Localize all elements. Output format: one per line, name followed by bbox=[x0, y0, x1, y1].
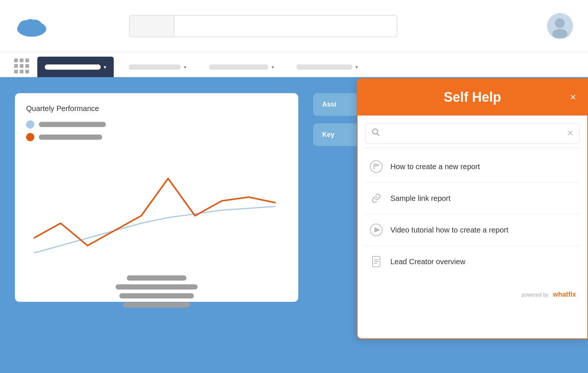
chevron-down-icon: ▾ bbox=[355, 64, 358, 70]
help-item-3[interactable]: Video tutorial how to create a report bbox=[365, 214, 580, 246]
svg-marker-11 bbox=[375, 228, 380, 232]
grid-dot bbox=[14, 59, 18, 62]
grid-apps-icon[interactable] bbox=[11, 56, 30, 74]
main-content: Quartely Performance bbox=[0, 78, 588, 373]
search-input[interactable] bbox=[385, 130, 562, 137]
help-item-4[interactable]: Lead Creator overview bbox=[365, 246, 580, 277]
user-avatar-container bbox=[547, 13, 573, 39]
nav-tab-active[interactable]: ▾ bbox=[37, 57, 114, 77]
legend-label-1 bbox=[39, 122, 106, 127]
grid-dot bbox=[25, 64, 29, 68]
logo bbox=[15, 13, 48, 39]
legend-label-2 bbox=[39, 135, 102, 140]
svg-point-5 bbox=[553, 29, 568, 38]
chevron-down-icon: ▾ bbox=[184, 64, 186, 70]
help-item-text-4: Lead Creator overview bbox=[390, 257, 465, 266]
legend-item-2 bbox=[26, 133, 287, 141]
chart-footer-line-3 bbox=[123, 302, 190, 307]
help-item-2[interactable]: Sample link report bbox=[365, 183, 580, 214]
chart-title: Quartely Performance bbox=[26, 104, 287, 113]
play-icon bbox=[369, 222, 384, 237]
user-avatar[interactable] bbox=[547, 13, 573, 39]
search-bar-tab[interactable] bbox=[130, 16, 174, 37]
help-item-text-1: How to create a new report bbox=[390, 162, 480, 171]
nav-tab-label bbox=[129, 64, 181, 70]
svg-point-3 bbox=[25, 19, 36, 29]
chart-footer-line-2 bbox=[119, 293, 194, 298]
grid-dot bbox=[20, 64, 23, 68]
chart-footer-line-1 bbox=[116, 284, 198, 290]
doc-icon bbox=[369, 254, 384, 269]
grid-dot bbox=[14, 64, 18, 68]
search-bar[interactable] bbox=[129, 15, 397, 37]
search-bar-input[interactable] bbox=[174, 16, 397, 37]
self-help-header: Self Help × bbox=[358, 79, 587, 116]
grid-dot bbox=[20, 70, 23, 73]
help-item-text-3: Video tutorial how to create a report bbox=[390, 226, 508, 234]
search-icon bbox=[371, 128, 380, 139]
chart-card: Quartely Performance bbox=[15, 93, 298, 302]
grid-dot bbox=[25, 59, 29, 62]
svg-point-6 bbox=[372, 129, 378, 134]
grid-dot bbox=[25, 70, 29, 73]
top-navigation bbox=[0, 0, 588, 52]
self-help-panel: Self Help × ✕ bbox=[357, 78, 588, 339]
legend-item-1 bbox=[26, 120, 287, 129]
nav-tab-2[interactable]: ▾ bbox=[121, 57, 194, 77]
self-help-close-button[interactable]: × bbox=[566, 91, 580, 104]
legend-dot-blue bbox=[26, 120, 34, 129]
nav-tab-label bbox=[209, 64, 268, 70]
nav-tab-3[interactable]: ▾ bbox=[201, 57, 282, 77]
flag-icon bbox=[369, 159, 384, 174]
link-icon bbox=[369, 191, 384, 206]
panel-card-title-1: Assi bbox=[322, 101, 336, 108]
svg-point-8 bbox=[370, 161, 382, 173]
search-clear-icon[interactable]: ✕ bbox=[567, 129, 573, 138]
svg-point-4 bbox=[555, 18, 565, 28]
grid-dot bbox=[14, 70, 18, 73]
chevron-down-icon: ▾ bbox=[104, 64, 106, 70]
chart-footer-bar bbox=[127, 275, 186, 281]
grid-dot bbox=[20, 59, 23, 62]
chart-legend bbox=[26, 120, 287, 141]
legend-dot-orange bbox=[26, 133, 34, 141]
nav-tab-label bbox=[45, 64, 101, 70]
nav-tab-4[interactable]: ▾ bbox=[289, 57, 365, 77]
chevron-down-icon: ▾ bbox=[271, 64, 274, 70]
powered-by-label: powered by bbox=[522, 292, 548, 298]
panel-card-title-2: Key bbox=[322, 131, 334, 138]
divider bbox=[365, 148, 580, 148]
self-help-footer: powered by whatfix bbox=[358, 285, 587, 304]
help-item-text-2: Sample link report bbox=[390, 194, 450, 203]
self-help-search-box[interactable]: ✕ bbox=[365, 123, 580, 144]
whatfix-brand-label: whatfix bbox=[553, 291, 576, 298]
svg-line-7 bbox=[377, 134, 380, 136]
self-help-title: Self Help bbox=[444, 89, 501, 105]
search-bar-container bbox=[129, 15, 397, 37]
line-chart bbox=[26, 149, 287, 268]
secondary-navigation: ▾ ▾ ▾ ▾ bbox=[0, 52, 588, 78]
nav-tab-label bbox=[296, 64, 352, 70]
self-help-body: ✕ How to create a new report bbox=[358, 116, 587, 285]
help-item-1[interactable]: How to create a new report bbox=[365, 151, 580, 183]
chart-footer bbox=[26, 275, 287, 307]
